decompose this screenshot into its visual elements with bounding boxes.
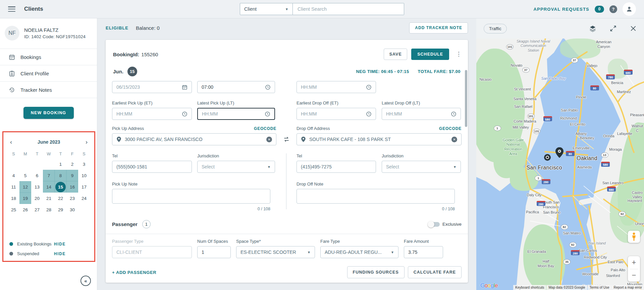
calendar-day[interactable]: 13 [31, 181, 43, 193]
latest-pickup-field[interactable] [202, 111, 265, 117]
hide-suspended-link[interactable]: HIDE [54, 251, 66, 256]
calendar-day[interactable]: 27 [31, 204, 43, 215]
fare-amount-field[interactable] [408, 249, 439, 255]
calendar-day[interactable]: 15 [55, 181, 66, 193]
user-avatar[interactable] [623, 2, 636, 16]
dropoff-address-field[interactable] [309, 137, 451, 142]
calendar-day[interactable]: 30 [66, 204, 78, 215]
pickup-map-marker[interactable] [544, 154, 551, 161]
calendar-day[interactable]: 25 [8, 204, 19, 215]
earliest-dropoff-field[interactable] [301, 111, 366, 117]
request-time-field[interactable] [202, 84, 265, 90]
pickup-tel-label: Tel [112, 153, 192, 158]
calendar-day[interactable]: 9 [66, 170, 78, 181]
add-tracker-note-button[interactable]: ADD TRACKER NOTE [409, 22, 468, 33]
calendar-day[interactable]: 10 [78, 170, 90, 181]
sidebar-item-client-profile[interactable]: Client Profile [0, 65, 97, 82]
zoom-out-button[interactable]: − [628, 269, 640, 282]
pickup-jurisdiction-select[interactable]: Select ▼ [197, 161, 275, 173]
client-search-input[interactable] [293, 3, 404, 15]
map-layers-icon[interactable] [589, 25, 596, 32]
calendar-day[interactable]: 5 [19, 170, 31, 181]
pickup-address-field[interactable] [125, 137, 266, 142]
sidebar-collapse-button[interactable]: « [80, 276, 91, 286]
zoom-in-button[interactable]: + [628, 256, 640, 269]
latest-dropoff-field[interactable] [386, 111, 451, 117]
street-view-pegman[interactable] [628, 231, 640, 243]
terms-link[interactable]: Terms of Use [588, 285, 611, 290]
calendar-day[interactable]: 4 [8, 170, 19, 181]
dropoff-note-field[interactable] [297, 189, 455, 204]
sidebar-item-bookings[interactable]: Bookings [0, 49, 97, 65]
clear-pickup-address-icon[interactable]: ✕ [266, 137, 272, 142]
calendar-day[interactable]: 20 [31, 193, 43, 204]
calendar-day[interactable]: 16 [66, 181, 78, 193]
calendar-day[interactable]: 12 [19, 181, 31, 193]
swap-addresses-icon[interactable] [283, 136, 290, 144]
calendar-day[interactable]: 23 [66, 193, 78, 204]
traffic-toggle-button[interactable]: Traffic [484, 24, 507, 33]
calendar-day[interactable]: 1 [55, 158, 66, 170]
keyboard-shortcuts-link[interactable]: Keyboard shortcuts [513, 285, 546, 290]
exclusive-toggle[interactable] [428, 222, 440, 227]
calendar-day[interactable]: 8 [55, 170, 66, 181]
clock-icon[interactable] [366, 84, 372, 90]
search-type-dropdown[interactable]: Client ▼ [240, 3, 293, 15]
calendar-day[interactable]: 26 [19, 204, 31, 215]
clock-icon[interactable] [182, 111, 187, 117]
funding-sources-button[interactable]: FUNDING SOURCES [347, 266, 405, 278]
sidebar-item-tracker-notes[interactable]: Tracker Notes [0, 82, 97, 98]
pickup-note-field[interactable] [112, 189, 270, 204]
pickup-geocode-link[interactable]: GEOCODE [254, 126, 276, 131]
save-button[interactable]: SAVE [384, 49, 407, 60]
calendar-day[interactable]: 21 [43, 193, 55, 204]
calendar-day[interactable]: 17 [78, 181, 90, 193]
map-close-icon[interactable] [630, 25, 637, 32]
calendar-day[interactable]: 6 [31, 170, 43, 181]
add-passenger-link[interactable]: + ADD PASSENGER [112, 270, 156, 275]
calendar-day[interactable]: 28 [43, 204, 55, 215]
dropoff-time-field[interactable] [301, 84, 366, 90]
date-field[interactable] [116, 84, 182, 90]
schedule-button[interactable]: SCHEDULE [411, 49, 449, 60]
dropoff-jurisdiction-select[interactable]: Select ▼ [382, 161, 461, 173]
dropoff-geocode-link[interactable]: GEOCODE [439, 126, 462, 131]
help-icon[interactable]: ? [609, 5, 617, 13]
calculate-fare-button[interactable]: CALCULATE FARE [408, 266, 462, 278]
calendar-day[interactable]: 3 [78, 158, 90, 170]
approval-requests-link[interactable]: APPROVAL REQUESTS [533, 7, 589, 12]
calendar-day[interactable]: 22 [55, 193, 66, 204]
calendar-day[interactable]: 14 [43, 181, 55, 193]
calendar-day[interactable]: 29 [55, 204, 66, 215]
earliest-pickup-field[interactable] [116, 111, 182, 117]
hide-existing-bookings-link[interactable]: HIDE [54, 242, 66, 246]
calendar-day[interactable]: 2 [66, 158, 78, 170]
calendar-next-icon[interactable]: › [86, 139, 88, 145]
clock-icon[interactable] [366, 111, 372, 117]
calendar-icon[interactable] [182, 84, 187, 90]
calendar-day[interactable]: 24 [78, 193, 90, 204]
map-label: Daly City [527, 193, 541, 198]
fare-type-select[interactable]: ADU-REG-ADULT REGU... ▼ [320, 246, 398, 258]
clear-dropoff-address-icon[interactable]: ✕ [451, 137, 457, 142]
calendar-day[interactable]: 7 [43, 170, 55, 181]
calendar-day[interactable]: 18 [8, 193, 19, 204]
space-type-select[interactable]: ES-ELECTRIC SCOOTER ▼ [236, 246, 315, 258]
road-shield: 92 [569, 242, 577, 247]
hamburger-menu-icon[interactable] [8, 6, 15, 12]
num-spaces-field[interactable] [202, 249, 226, 255]
calendar-day[interactable]: 11 [8, 181, 19, 193]
more-options-icon[interactable]: ⋮ [456, 53, 461, 56]
clock-icon[interactable] [451, 111, 457, 117]
pickup-tel-field[interactable] [116, 164, 187, 169]
map-canvas[interactable]: Skaggs Island Naval Communication Statio… [476, 39, 644, 290]
calendar-day[interactable]: 19 [19, 193, 31, 204]
card-scrollbar[interactable] [465, 70, 467, 127]
report-error-link[interactable]: Report a map error [612, 285, 644, 290]
new-booking-button[interactable]: NEW BOOKING [23, 107, 74, 119]
map-expand-icon[interactable] [610, 25, 616, 32]
dropoff-map-marker[interactable] [555, 147, 564, 159]
clock-icon[interactable] [265, 111, 270, 117]
dropoff-tel-field[interactable] [301, 164, 372, 169]
clock-icon[interactable] [265, 84, 271, 90]
